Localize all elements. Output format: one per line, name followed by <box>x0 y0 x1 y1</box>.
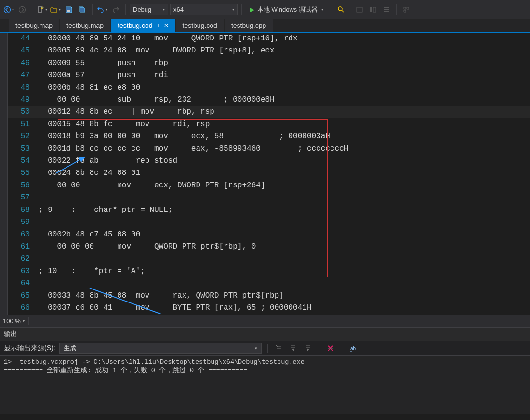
code-line[interactable]: 63; 10 : *ptr = 'A'; <box>8 265 530 277</box>
line-number: 45 <box>8 45 37 57</box>
editor-status-bar: 100 % ▾ <box>0 315 530 327</box>
code-line[interactable]: 45 00005 89 4c 24 08 mov DWORD PTR [rsp+… <box>8 45 530 57</box>
code-line[interactable]: 49 00 00 sub rsp, 232 ; 000000e8H <box>8 94 530 106</box>
code-text: 0000a 57 push rdi <box>37 69 530 81</box>
code-text: 00 00 00 mov QWORD PTR ptr$[rbp], 0 <box>37 241 530 253</box>
code-text: 0002b 48 c7 45 08 00 <box>37 229 530 241</box>
code-line[interactable]: 66 00037 c6 00 41 mov BYTE PTR [rax], 65… <box>8 302 530 314</box>
zoom-chevron-icon[interactable]: ▾ <box>23 319 25 323</box>
find-in-files-button[interactable] <box>335 4 347 15</box>
goto-message-icon[interactable] <box>274 343 284 354</box>
clear-output-icon[interactable] <box>325 343 336 354</box>
code-line[interactable]: 56 00 00 mov ecx, DWORD PTR [rsp+264] <box>8 180 530 192</box>
code-text <box>37 253 530 265</box>
redo-button[interactable] <box>110 4 121 15</box>
line-number: 62 <box>8 253 37 265</box>
document-tab[interactable]: testbug.map <box>60 19 110 32</box>
code-line[interactable]: 60 0002b 48 c7 45 08 00 <box>8 229 530 241</box>
run-label: 本地 Windows 调试器 <box>257 5 318 14</box>
line-number: 51 <box>8 118 37 131</box>
code-line[interactable]: 64 <box>8 277 530 289</box>
svg-point-0 <box>4 6 11 13</box>
zoom-level[interactable]: 100 % <box>3 317 21 325</box>
chevron-down-icon: ▾ <box>232 7 234 12</box>
svg-rect-6 <box>357 7 362 12</box>
save-all-button[interactable] <box>77 4 88 15</box>
line-number: 48 <box>8 82 37 94</box>
line-number: 61 <box>8 241 37 253</box>
code-text: 00 00 sub rsp, 232 ; 000000e8H <box>37 94 530 106</box>
document-tab[interactable]: testbug.cod <box>176 19 224 32</box>
code-text: 00018 b9 3a 00 00 00 mov ecx, 58 ; 00000… <box>37 131 530 143</box>
debug-btn4[interactable] <box>400 4 412 15</box>
line-number: 58 <box>8 204 37 216</box>
word-wrap-icon[interactable]: ab <box>348 343 358 354</box>
tab-label: testbug.map <box>15 22 53 29</box>
next-message-icon[interactable] <box>303 343 313 354</box>
code-text: 00024 8b 8c 24 08 01 <box>37 167 530 179</box>
svg-rect-7 <box>370 7 372 12</box>
document-tab[interactable]: testbug.map <box>9 19 59 32</box>
line-number: 49 <box>8 94 37 106</box>
line-number: 65 <box>8 290 37 302</box>
code-line[interactable]: 58; 9 : char* ptr = NULL; <box>8 204 530 216</box>
chevron-down-icon: ▾ <box>255 346 257 351</box>
line-number: 53 <box>8 143 37 155</box>
code-text: ; 10 : *ptr = 'A'; <box>37 265 530 277</box>
output-toolbar: 显示输出来源(S): 生成 ▾ ab <box>0 341 530 356</box>
debug-btn2[interactable] <box>367 4 379 15</box>
undo-button[interactable] <box>96 4 108 15</box>
code-text: 00009 55 push rbp <box>37 57 530 69</box>
configuration-combo[interactable]: Debug ▾ <box>130 4 168 15</box>
debug-btn1[interactable] <box>354 4 365 15</box>
code-line[interactable]: 44 00000 48 89 54 24 10 mov QWORD PTR [r… <box>8 33 530 45</box>
svg-rect-8 <box>373 7 376 12</box>
code-text: 0000b 48 81 ec e8 00 <box>37 82 530 94</box>
document-tab[interactable]: testbug.cod⟂✕ <box>111 19 175 32</box>
prev-message-icon[interactable] <box>288 343 299 354</box>
code-line[interactable]: 52 00018 b9 3a 00 00 00 mov ecx, 58 ; 00… <box>8 131 530 143</box>
close-icon[interactable]: ✕ <box>164 22 169 29</box>
code-line[interactable]: 51 00015 48 8b fc mov rdi, rsp <box>8 118 530 131</box>
nav-back-button[interactable] <box>3 4 14 15</box>
code-editor[interactable]: 44 00000 48 89 54 24 10 mov QWORD PTR [r… <box>8 33 530 314</box>
document-tab[interactable]: testbug.cpp <box>225 19 273 32</box>
code-line[interactable]: 53 0001d b8 cc cc cc cc mov eax, -858993… <box>8 143 530 155</box>
save-button[interactable] <box>63 4 75 15</box>
code-line[interactable]: 54 00022 f3 ab rep stosd <box>8 155 530 167</box>
nav-forward-button[interactable] <box>16 4 28 15</box>
line-number: 54 <box>8 155 37 167</box>
pin-icon[interactable]: ⟂ <box>157 22 160 29</box>
code-line[interactable]: 46 00009 55 push rbp <box>8 57 530 69</box>
output-text[interactable]: 1> testbug.vcxproj -> C:\Users\lhl.liu\D… <box>0 356 530 377</box>
code-line[interactable]: 55 00024 8b 8c 24 08 01 <box>8 167 530 179</box>
code-line[interactable]: 57 <box>8 192 530 204</box>
code-line[interactable]: 65 00033 48 8b 45 08 mov rax, QWORD PTR … <box>8 290 530 302</box>
code-text: 00022 f3 ab rep stosd <box>37 155 530 167</box>
output-source-label: 显示输出来源(S): <box>4 344 55 353</box>
code-line[interactable]: 59 <box>8 216 530 228</box>
code-text: ; 9 : char* ptr = NULL; <box>37 204 530 216</box>
new-file-button[interactable] <box>36 4 48 15</box>
code-line[interactable]: 50 00012 48 8b ec | mov rbp, rsp <box>8 106 530 118</box>
tab-label: testbug.cod <box>118 22 152 29</box>
code-text <box>37 277 530 289</box>
output-source-combo[interactable]: 生成 ▾ <box>59 343 262 354</box>
line-number: 56 <box>8 180 37 192</box>
line-number: 64 <box>8 277 37 289</box>
code-line[interactable]: 47 0000a 57 push rdi <box>8 69 530 81</box>
chevron-down-icon: ▾ <box>163 7 165 12</box>
open-file-button[interactable] <box>50 4 61 15</box>
tab-label: testbug.map <box>66 22 104 29</box>
code-text: 00033 48 8b 45 08 mov rax, QWORD PTR ptr… <box>37 290 530 302</box>
platform-combo[interactable]: x64 ▾ <box>170 4 238 15</box>
start-debugging-button[interactable]: ▶ 本地 Windows 调试器 <box>246 4 327 15</box>
code-text: 00037 c6 00 41 mov BYTE PTR [rax], 65 ; … <box>37 302 530 314</box>
tab-label: testbug.cod <box>183 22 217 29</box>
code-line[interactable]: 48 0000b 48 81 ec e8 00 <box>8 82 530 94</box>
svg-point-5 <box>338 7 342 11</box>
code-line[interactable]: 61 00 00 00 mov QWORD PTR ptr$[rbp], 0 <box>8 241 530 253</box>
code-line[interactable]: 62 <box>8 253 530 265</box>
code-text <box>37 192 530 204</box>
debug-btn3[interactable] <box>381 4 392 15</box>
